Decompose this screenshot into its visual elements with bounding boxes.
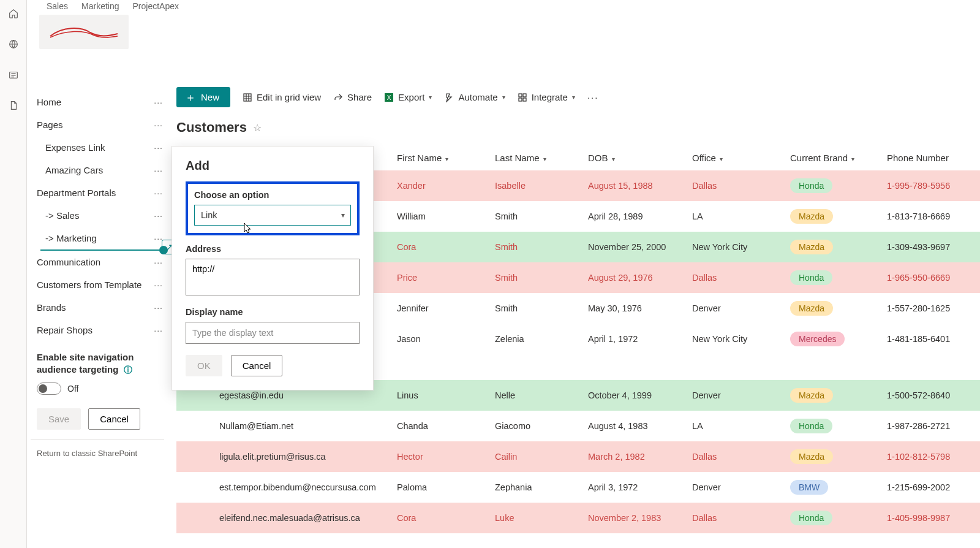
tab-marketing[interactable]: Marketing: [81, 1, 119, 11]
return-classic-link[interactable]: Return to classic SharePoint: [27, 440, 168, 458]
brand-pill: Mazda: [790, 449, 833, 464]
brand-pill: Honda: [790, 178, 832, 193]
file-icon[interactable]: [7, 99, 20, 112]
chevron-down-icon: ▾: [612, 156, 615, 162]
globe-icon[interactable]: [7, 38, 20, 50]
brand-pill: Mazda: [790, 209, 833, 224]
overflow-button[interactable]: ···: [587, 92, 599, 102]
audience-target-box: Enable site navigation audience targetin…: [27, 341, 168, 440]
more-icon[interactable]: ···: [154, 97, 163, 107]
favorite-star-icon[interactable]: ☆: [253, 122, 262, 134]
brand-pill: Honda: [790, 270, 832, 285]
more-icon[interactable]: ···: [154, 120, 163, 130]
brand-pill: Mercedes: [790, 332, 845, 346]
nav-communication[interactable]: Communication···: [27, 251, 168, 273]
more-icon[interactable]: ···: [154, 303, 163, 313]
site-nav: Home··· Pages··· Expenses Link··· Amazin…: [27, 91, 168, 458]
nav-label: Customers from Template: [37, 280, 141, 290]
cursor-icon: [242, 222, 253, 238]
panel-title: Add: [186, 159, 360, 173]
chevron-down-icon: ▾: [429, 94, 432, 101]
nav-customers-from-template[interactable]: Customers from Template···: [27, 273, 168, 296]
brand-pill: BMW: [790, 480, 828, 495]
toggle-state-label: Off: [67, 384, 78, 394]
svg-rect-5: [519, 94, 522, 97]
add-link-panel: Add Choose an option Link ▾ Address Disp…: [172, 146, 374, 390]
nav-label: Department Portals: [37, 188, 116, 198]
col-first-name[interactable]: First Name▾: [391, 145, 489, 170]
chevron-down-icon: ▾: [572, 94, 575, 101]
nav-dept-portals[interactable]: Department Portals···: [27, 181, 168, 204]
svg-rect-2: [244, 94, 251, 101]
col-office[interactable]: Office▾: [686, 145, 784, 170]
export-button[interactable]: XExport▾: [384, 92, 432, 102]
svg-rect-8: [523, 98, 526, 101]
nav-amazing-cars[interactable]: Amazing Cars···: [27, 159, 168, 181]
display-name-input[interactable]: [186, 322, 360, 344]
more-icon[interactable]: ···: [154, 280, 163, 290]
table-row[interactable]: ligula.elit.pretium@risus.caHectorCailin…: [176, 441, 980, 472]
cancel-nav-button[interactable]: Cancel: [88, 408, 140, 430]
brand-pill: Mazda: [790, 388, 833, 403]
nav-label: Brands: [37, 302, 66, 313]
app-rail: [0, 0, 27, 548]
chevron-down-icon: ▾: [543, 156, 546, 162]
option-select[interactable]: Link: [194, 205, 351, 226]
table-row[interactable]: est.tempor.bibendum@neccursusa.comPaloma…: [176, 472, 980, 503]
site-logo[interactable]: [39, 15, 129, 49]
nav-expenses-link[interactable]: Expenses Link···: [27, 136, 168, 159]
col-phone[interactable]: Phone Number: [881, 145, 980, 170]
info-icon[interactable]: ⓘ: [124, 365, 132, 375]
choose-option-label: Choose an option: [194, 190, 351, 200]
new-button[interactable]: ＋New: [176, 87, 230, 107]
news-icon[interactable]: [7, 69, 20, 81]
nav-label: Home: [37, 97, 61, 107]
home-icon[interactable]: [7, 7, 20, 20]
nav-dept-sales[interactable]: -> Sales···: [27, 204, 168, 227]
col-brand[interactable]: Current Brand▾: [784, 145, 881, 170]
hub-tabs: Sales Marketing ProjectApex: [27, 0, 980, 12]
nav-pages[interactable]: Pages···: [27, 113, 168, 136]
address-input[interactable]: [186, 259, 360, 295]
tab-projectapex[interactable]: ProjectApex: [133, 1, 179, 11]
table-row[interactable]: eleifend.nec.malesuada@atrisus.caCoraLuk…: [176, 503, 980, 533]
cancel-button[interactable]: Cancel: [231, 355, 283, 376]
nav-dept-marketing[interactable]: -> Marketing···: [27, 227, 168, 249]
chevron-down-icon: ▾: [720, 156, 723, 162]
nav-label: Expenses Link: [45, 142, 105, 153]
nav-label: -> Marketing: [45, 233, 97, 243]
insert-indicator[interactable]: [40, 249, 163, 251]
table-row[interactable]: Nullam@Etiam.netChandaGiacomoAugust 4, 1…: [176, 411, 980, 441]
share-button[interactable]: Share: [333, 92, 372, 102]
nav-label: -> Sales: [45, 210, 79, 221]
save-button: Save: [37, 408, 81, 430]
col-last-name[interactable]: Last Name▾: [489, 145, 582, 170]
brand-pill: Honda: [790, 419, 832, 433]
ok-button: OK: [186, 355, 222, 376]
more-icon[interactable]: ···: [154, 257, 163, 267]
chevron-down-icon: ▾: [851, 156, 854, 162]
nav-label: Amazing Cars: [45, 165, 103, 175]
command-bar: ＋New Edit in grid view Share XExport▾ Au…: [176, 82, 980, 120]
nav-brands[interactable]: Brands···: [27, 296, 168, 319]
more-icon[interactable]: ···: [154, 166, 163, 175]
integrate-button[interactable]: Integrate▾: [518, 92, 575, 102]
nav-label: Repair Shops: [37, 325, 92, 335]
more-icon[interactable]: ···: [154, 188, 163, 198]
chevron-down-icon: ▾: [341, 211, 345, 219]
col-dob[interactable]: DOB▾: [582, 145, 686, 170]
nav-home[interactable]: Home···: [27, 91, 168, 113]
more-icon[interactable]: ···: [154, 325, 163, 335]
brand-pill: Mazda: [790, 301, 833, 316]
list-title: Customers: [176, 120, 247, 135]
svg-rect-7: [519, 98, 522, 101]
display-name-label: Display name: [186, 307, 360, 317]
more-icon[interactable]: ···: [154, 143, 163, 153]
more-icon[interactable]: ···: [154, 211, 163, 221]
address-label: Address: [186, 244, 360, 254]
automate-button[interactable]: Automate▾: [444, 92, 505, 102]
edit-grid-button[interactable]: Edit in grid view: [243, 92, 321, 102]
nav-repair-shops[interactable]: Repair Shops···: [27, 319, 168, 341]
tab-sales[interactable]: Sales: [47, 1, 68, 11]
audience-toggle[interactable]: [37, 382, 61, 395]
